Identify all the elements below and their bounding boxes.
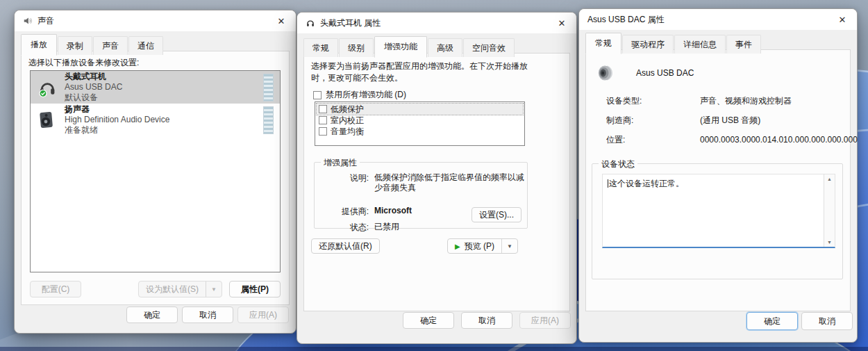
dac-fields: 设备类型: 声音、视频和游戏控制器 制造商: (通用 USB 音频) 位置: 0…: [606, 96, 842, 154]
disable-all-label: 禁用所有增强功能 (D): [326, 89, 406, 101]
description-label: 说明:: [315, 172, 369, 193]
headphone-titlebar[interactable]: 头戴式耳机 属性 ✕: [297, 13, 576, 33]
sound-dialog: 声音 ✕ 播放 录制 声音 通信 选择以下播放设备来修改设置:: [14, 10, 297, 334]
general-tab-page: Asus USB DAC 设备类型: 声音、视频和游戏控制器 制造商: (通用 …: [585, 49, 851, 311]
tab-general[interactable]: 常规: [303, 38, 338, 57]
field-value: (通用 USB 音频): [700, 115, 760, 125]
headphone-properties-dialog: 头戴式耳机 属性 ✕ 常规 级别 增强功能 高级 空间音效 选择要为当前扬声器配…: [297, 12, 577, 344]
dialog-title: 头戴式耳机 属性: [320, 17, 381, 29]
play-icon: ▶: [455, 243, 460, 250]
tab-events[interactable]: 事件: [726, 35, 761, 54]
speakers-device-icon: [37, 110, 58, 131]
disable-all-row[interactable]: 禁用所有增强功能 (D): [313, 89, 406, 101]
ok-button[interactable]: 确定: [403, 312, 454, 329]
sound-titlebar[interactable]: 声音 ✕: [15, 10, 296, 31]
tab-driver[interactable]: 驱动程序: [622, 35, 674, 54]
device-status-textarea[interactable]: 这个设备运转正常。 ▲ ▼: [602, 174, 835, 248]
volume-meter: [263, 74, 274, 101]
sound-tab-strip: 播放 录制 声音 通信: [21, 34, 164, 55]
enhancement-item-room-correction[interactable]: 室内校正: [317, 115, 523, 126]
device-row-headphones[interactable]: 头戴式耳机 Asus USB DAC 默认设备: [31, 71, 280, 104]
device-info: 头戴式耳机 Asus USB DAC 默认设备: [65, 72, 256, 103]
preview-split-button[interactable]: ▶ 预览 (P) ▼: [447, 238, 518, 254]
description-value: 低频保护消除低于指定临界值的频率以减少音频失真: [374, 172, 527, 193]
cancel-button[interactable]: 取消: [801, 312, 853, 330]
dac-tab-strip: 常规 驱动程序 详细信息 事件: [585, 33, 762, 54]
device-name: 头戴式耳机: [65, 72, 256, 82]
tab-advanced[interactable]: 高级: [428, 38, 462, 57]
close-icon[interactable]: ✕: [831, 10, 854, 28]
text-caret: [608, 179, 608, 188]
wallpaper-floor-shadow: [0, 347, 868, 351]
status-value: 已禁用: [374, 222, 399, 234]
enhancement-action-row: 还原默认值(R) ▶ 预览 (P) ▼: [311, 238, 518, 254]
chevron-down-icon[interactable]: ▼: [206, 281, 222, 297]
disable-all-checkbox[interactable]: [313, 91, 322, 99]
enhancement-checkbox[interactable]: [319, 127, 327, 136]
apply-button[interactable]: 应用(A): [519, 312, 571, 329]
field-label: 设备类型:: [606, 96, 700, 106]
apply-button[interactable]: 应用(A): [237, 307, 289, 323]
enhancement-label: 室内校正: [331, 115, 364, 125]
field-label: 制造商:: [606, 115, 700, 125]
device-status-text: 这个设备运转正常。: [609, 179, 684, 188]
set-default-label[interactable]: 设为默认值(S): [139, 281, 206, 297]
dac-properties-dialog: Asus USB DAC 属性 ✕ 常规 驱动程序 详细信息 事件 Asus U…: [578, 8, 858, 343]
field-device-type: 设备类型: 声音、视频和游戏控制器: [606, 96, 842, 106]
preview-label[interactable]: 预览 (P): [465, 240, 494, 252]
enhancement-item-bass-protection[interactable]: 低频保护: [317, 104, 523, 115]
cancel-button[interactable]: 取消: [461, 312, 512, 329]
tab-enhancements[interactable]: 增强功能: [374, 36, 427, 58]
enhancement-properties-group: 增强属性 说明: 低频保护消除低于指定临界值的频率以减少音频失真 提供商: Mi…: [314, 162, 528, 229]
tab-sounds[interactable]: 声音: [93, 36, 128, 55]
device-status: 准备就绪: [65, 125, 256, 136]
enhancement-checkbox[interactable]: [319, 116, 327, 124]
enhancement-label: 音量均衡: [331, 126, 364, 136]
headphones-icon: [306, 18, 315, 28]
enhancement-item-loudness-equalization[interactable]: 音量均衡: [317, 126, 523, 137]
cancel-button[interactable]: 取消: [182, 307, 233, 323]
restore-defaults-button[interactable]: 还原默认值(R): [311, 238, 380, 254]
configure-button[interactable]: 配置(C): [30, 281, 81, 297]
enhancement-label: 低频保护: [331, 104, 364, 114]
tab-details[interactable]: 详细信息: [674, 35, 726, 54]
tab-general[interactable]: 常规: [585, 33, 621, 54]
tab-levels[interactable]: 级别: [339, 38, 374, 57]
sound-footer: 确定 取消 应用(A): [15, 301, 296, 333]
set-default-split-button[interactable]: 设为默认值(S) ▼: [138, 281, 222, 297]
provider-value: Microsoft: [374, 206, 412, 218]
scroll-up-icon[interactable]: ▲: [827, 177, 832, 181]
settings-button[interactable]: 设置(S)...: [471, 207, 521, 222]
speaker-3d-icon: [596, 63, 617, 83]
ok-button[interactable]: 确定: [126, 307, 178, 323]
device-row-speakers[interactable]: 扬声器 High Definition Audio Device 准备就绪: [31, 104, 280, 136]
group-title: 设备状态: [599, 158, 637, 170]
status-label: 状态:: [315, 222, 369, 234]
playback-tab-page: 选择以下播放设备来修改设置: 头戴式耳机 Asus USB DAC 默认设备: [21, 51, 290, 305]
dac-titlebar[interactable]: Asus USB DAC 属性 ✕: [579, 9, 857, 30]
enhancement-list[interactable]: 低频保护 室内校正 音量均衡: [315, 101, 525, 146]
ok-button[interactable]: 确定: [746, 312, 798, 330]
tab-spatial-sound[interactable]: 空间音效: [463, 38, 515, 57]
scroll-down-icon[interactable]: ▼: [827, 240, 832, 245]
textarea-scrollbar[interactable]: ▲ ▼: [824, 174, 835, 247]
tab-communications[interactable]: 通信: [128, 36, 163, 55]
device-description: Asus USB DAC: [65, 82, 256, 92]
playback-instruction: 选择以下播放设备来修改设置:: [28, 57, 139, 69]
close-icon[interactable]: ✕: [550, 14, 574, 32]
volume-meter: [263, 106, 274, 134]
enhancement-checkbox[interactable]: [319, 105, 327, 113]
field-value: 0000.0003.0000.014.010.000.000.000.000: [700, 135, 858, 145]
close-icon[interactable]: ✕: [269, 12, 293, 30]
field-label: 位置:: [606, 135, 700, 145]
group-title: 增强属性: [321, 157, 360, 169]
tab-recording[interactable]: 录制: [58, 36, 92, 55]
dac-device-header: Asus USB DAC: [596, 63, 694, 83]
chevron-down-icon[interactable]: ▼: [501, 239, 517, 253]
playback-device-list[interactable]: 头戴式耳机 Asus USB DAC 默认设备 扬声器: [30, 70, 281, 272]
tab-playback[interactable]: 播放: [21, 34, 57, 56]
device-description: High Definition Audio Device: [65, 115, 256, 125]
device-name: 扬声器: [65, 104, 256, 115]
device-status: 默认设备: [65, 92, 256, 103]
properties-button[interactable]: 属性(P): [229, 281, 281, 297]
